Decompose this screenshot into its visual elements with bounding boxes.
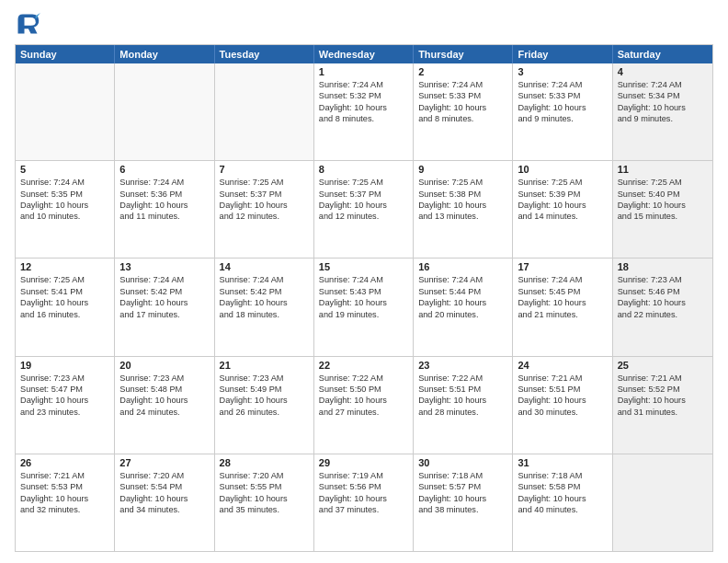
day-number: 21 bbox=[220, 360, 309, 371]
cell-line: Daylight: 10 hours bbox=[618, 102, 708, 113]
day-number: 19 bbox=[20, 360, 109, 371]
cell-line: Daylight: 10 hours bbox=[518, 297, 607, 308]
calendar-cell-4-4: 30Sunrise: 7:18 AMSunset: 5:57 PMDayligh… bbox=[414, 454, 513, 551]
calendar-cell-3-2: 21Sunrise: 7:23 AMSunset: 5:49 PMDayligh… bbox=[215, 357, 314, 454]
calendar-cell-3-4: 23Sunrise: 7:22 AMSunset: 5:51 PMDayligh… bbox=[414, 357, 513, 454]
day-number: 7 bbox=[220, 164, 309, 175]
cell-line: and 8 minutes. bbox=[319, 113, 408, 124]
cell-line: Sunrise: 7:24 AM bbox=[319, 274, 408, 285]
cell-line: and 31 minutes. bbox=[618, 407, 708, 418]
cell-line: Daylight: 10 hours bbox=[418, 395, 507, 406]
calendar-cell-4-1: 27Sunrise: 7:20 AMSunset: 5:54 PMDayligh… bbox=[115, 454, 214, 551]
cell-line: Daylight: 10 hours bbox=[319, 102, 408, 113]
cell-line: Daylight: 10 hours bbox=[418, 200, 507, 211]
cell-line: Daylight: 10 hours bbox=[220, 297, 309, 308]
cell-line: Daylight: 10 hours bbox=[618, 297, 708, 308]
cell-line: Daylight: 10 hours bbox=[319, 297, 408, 308]
calendar-cell-0-6: 4Sunrise: 7:24 AMSunset: 5:34 PMDaylight… bbox=[613, 63, 712, 160]
cell-line: Daylight: 10 hours bbox=[119, 297, 209, 308]
calendar-cell-0-0 bbox=[16, 63, 115, 160]
cell-line: Daylight: 10 hours bbox=[20, 200, 109, 211]
cell-line: Sunrise: 7:25 AM bbox=[518, 177, 607, 188]
cell-line: Sunset: 5:58 PM bbox=[518, 481, 607, 492]
cell-line: Sunrise: 7:22 AM bbox=[319, 373, 408, 384]
cell-line: and 32 minutes. bbox=[20, 504, 109, 515]
cell-line: Daylight: 10 hours bbox=[119, 395, 209, 406]
calendar-cell-3-6: 25Sunrise: 7:21 AMSunset: 5:52 PMDayligh… bbox=[613, 357, 712, 454]
cell-line: Sunrise: 7:25 AM bbox=[220, 177, 309, 188]
cell-line: Sunset: 5:37 PM bbox=[220, 189, 309, 200]
cell-line: Daylight: 10 hours bbox=[20, 297, 109, 308]
cell-line: and 14 minutes. bbox=[518, 211, 607, 222]
cell-line: and 8 minutes. bbox=[418, 113, 507, 124]
cell-line: Sunset: 5:32 PM bbox=[319, 90, 408, 101]
calendar-cell-1-4: 9Sunrise: 7:25 AMSunset: 5:38 PMDaylight… bbox=[414, 161, 513, 258]
cell-line: Daylight: 10 hours bbox=[418, 493, 507, 504]
cell-line: Daylight: 10 hours bbox=[20, 395, 109, 406]
cell-line: Sunrise: 7:18 AM bbox=[518, 470, 607, 481]
cell-line: Sunset: 5:33 PM bbox=[418, 90, 507, 101]
calendar-cell-3-0: 19Sunrise: 7:23 AMSunset: 5:47 PMDayligh… bbox=[16, 357, 115, 454]
calendar-cell-2-4: 16Sunrise: 7:24 AMSunset: 5:44 PMDayligh… bbox=[414, 259, 513, 355]
cell-line: and 9 minutes. bbox=[518, 113, 607, 124]
cell-line: Sunrise: 7:24 AM bbox=[618, 79, 708, 90]
day-number: 31 bbox=[518, 457, 607, 468]
day-number: 29 bbox=[319, 457, 408, 468]
day-number: 9 bbox=[418, 164, 507, 175]
header-day-saturday: Saturday bbox=[613, 45, 712, 63]
cell-line: Daylight: 10 hours bbox=[119, 200, 209, 211]
cell-line: Sunrise: 7:20 AM bbox=[119, 470, 209, 481]
cell-line: Sunrise: 7:25 AM bbox=[319, 177, 408, 188]
calendar-cell-2-2: 14Sunrise: 7:24 AMSunset: 5:42 PMDayligh… bbox=[215, 259, 314, 355]
calendar-cell-4-0: 26Sunrise: 7:21 AMSunset: 5:53 PMDayligh… bbox=[16, 454, 115, 551]
cell-line: Sunrise: 7:22 AM bbox=[418, 373, 507, 384]
cell-line: and 15 minutes. bbox=[618, 211, 708, 222]
cell-line: and 18 minutes. bbox=[220, 309, 309, 320]
cell-line: and 37 minutes. bbox=[319, 504, 408, 515]
calendar-cell-3-1: 20Sunrise: 7:23 AMSunset: 5:48 PMDayligh… bbox=[115, 357, 214, 454]
cell-line: Sunset: 5:54 PM bbox=[119, 481, 209, 492]
cell-line: Sunset: 5:48 PM bbox=[119, 384, 209, 395]
cell-line: Daylight: 10 hours bbox=[518, 395, 607, 406]
calendar-row-1: 5Sunrise: 7:24 AMSunset: 5:35 PMDaylight… bbox=[16, 161, 712, 259]
cell-line: Sunrise: 7:21 AM bbox=[20, 470, 109, 481]
cell-line: Sunrise: 7:23 AM bbox=[618, 274, 708, 285]
header-day-monday: Monday bbox=[115, 45, 214, 63]
day-number: 10 bbox=[518, 164, 607, 175]
cell-line: Sunset: 5:36 PM bbox=[119, 189, 209, 200]
cell-line: and 16 minutes. bbox=[20, 309, 109, 320]
header-day-sunday: Sunday bbox=[16, 45, 115, 63]
cell-line: and 21 minutes. bbox=[518, 309, 607, 320]
day-number: 15 bbox=[319, 261, 408, 272]
cell-line: and 38 minutes. bbox=[418, 504, 507, 515]
calendar-row-2: 12Sunrise: 7:25 AMSunset: 5:41 PMDayligh… bbox=[16, 259, 712, 356]
day-number: 3 bbox=[518, 66, 607, 77]
cell-line: Daylight: 10 hours bbox=[220, 493, 309, 504]
calendar-cell-3-5: 24Sunrise: 7:21 AMSunset: 5:51 PMDayligh… bbox=[513, 357, 612, 454]
cell-line: and 9 minutes. bbox=[618, 113, 708, 124]
cell-line: and 19 minutes. bbox=[319, 309, 408, 320]
calendar-cell-2-5: 17Sunrise: 7:24 AMSunset: 5:45 PMDayligh… bbox=[513, 259, 612, 355]
header-day-thursday: Thursday bbox=[414, 45, 513, 63]
cell-line: Sunrise: 7:25 AM bbox=[20, 274, 109, 285]
cell-line: Sunrise: 7:24 AM bbox=[518, 79, 607, 90]
cell-line: Sunrise: 7:24 AM bbox=[518, 274, 607, 285]
cell-line: Daylight: 10 hours bbox=[618, 200, 708, 211]
calendar-cell-0-2 bbox=[215, 63, 314, 160]
cell-line: and 27 minutes. bbox=[319, 407, 408, 418]
day-number: 24 bbox=[518, 360, 607, 371]
cell-line: Sunrise: 7:18 AM bbox=[418, 470, 507, 481]
cell-line: Sunrise: 7:25 AM bbox=[618, 177, 708, 188]
day-number: 13 bbox=[119, 261, 209, 272]
cell-line: and 10 minutes. bbox=[20, 211, 109, 222]
logo-icon bbox=[15, 11, 40, 37]
calendar-cell-0-4: 2Sunrise: 7:24 AMSunset: 5:33 PMDaylight… bbox=[414, 63, 513, 160]
calendar-row-4: 26Sunrise: 7:21 AMSunset: 5:53 PMDayligh… bbox=[16, 454, 712, 551]
header-day-tuesday: Tuesday bbox=[215, 45, 314, 63]
calendar-cell-4-5: 31Sunrise: 7:18 AMSunset: 5:58 PMDayligh… bbox=[513, 454, 612, 551]
cell-line: Sunset: 5:42 PM bbox=[119, 286, 209, 297]
cell-line: Sunrise: 7:25 AM bbox=[418, 177, 507, 188]
day-number: 20 bbox=[119, 360, 209, 371]
calendar: SundayMondayTuesdayWednesdayThursdayFrid… bbox=[15, 44, 713, 552]
day-number: 2 bbox=[418, 66, 507, 77]
